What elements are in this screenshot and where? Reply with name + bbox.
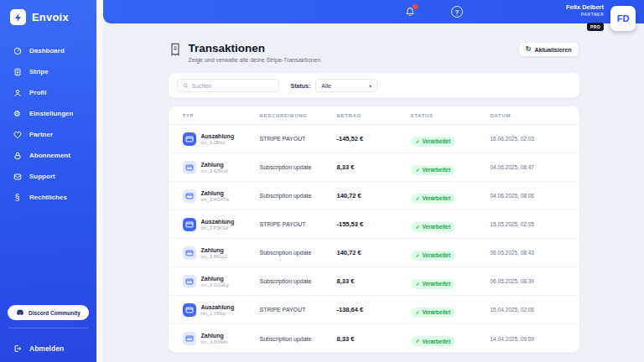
check-icon: ✓	[416, 339, 420, 344]
column-header-betrag: BETRAG	[337, 113, 411, 118]
lock-icon	[13, 151, 22, 160]
help-button[interactable]: ?	[451, 6, 463, 18]
table-row: Zahlung txn_3.GGyEg Subscription update …	[169, 267, 579, 296]
check-icon: ✓	[416, 168, 420, 173]
table-row: Zahlung txn_3.89Gc2 Subscription update …	[169, 239, 579, 267]
status-badge: ✓Verarbeitet	[411, 194, 456, 204]
sidebar-item-partner[interactable]: Partner	[0, 124, 96, 145]
mail-icon	[13, 172, 22, 181]
refresh-icon: ↻	[526, 46, 532, 53]
legal-icon: §	[13, 193, 22, 202]
help-icon: ?	[455, 8, 460, 16]
user-name: Felix Deibert	[566, 3, 604, 11]
column-header-status: STATUS	[411, 113, 491, 118]
sidebar: Envoix Dashboard Stripe Profil ⚙ Einstel…	[0, 0, 96, 362]
heart-icon	[13, 130, 22, 139]
card-icon	[183, 246, 196, 260]
table-row: Zahlung txn_3.42NUd Subscription update …	[169, 153, 579, 182]
status-badge: ✓Verarbeitet	[411, 336, 456, 346]
card-icon	[183, 332, 196, 345]
status-badge: ✓Verarbeitet	[411, 279, 456, 289]
page-subtitle: Zeige und verwalte alle deine Stripe-Tra…	[189, 57, 323, 63]
payout-icon	[183, 132, 196, 146]
card-icon	[183, 275, 196, 288]
search-icon	[183, 83, 189, 89]
sidebar-item-dashboard[interactable]: Dashboard	[0, 40, 96, 61]
sidebar-item-einstellungen[interactable]: ⚙ Einstellungen	[0, 103, 96, 124]
logout-button[interactable]: Abmelden	[13, 344, 64, 353]
transactions-table: TYP BESCHREIBUNG BETRAG STATUS DATUM Aus…	[169, 106, 579, 353]
card-icon	[183, 161, 196, 174]
table-row: Auszahlung txn_1.2Bhct STRIPE PAYOUT -14…	[169, 125, 579, 153]
check-icon: ✓	[416, 196, 420, 201]
payout-icon	[183, 218, 196, 231]
brand-logo: Envoix	[0, 0, 96, 32]
status-badge: ✓Verarbeitet	[411, 308, 456, 318]
table-header: TYP BESCHREIBUNG BETRAG STATUS DATUM	[169, 106, 579, 125]
gear-icon: ⚙	[13, 109, 22, 118]
gauge-icon	[13, 46, 22, 55]
avatar[interactable]: FD	[610, 6, 636, 31]
search-input[interactable]	[192, 83, 273, 89]
table-row: Auszahlung txn_1.P3KGd STRIPE PAYOUT -15…	[169, 210, 579, 239]
chevron-down-icon: ▾	[369, 83, 371, 89]
discord-community-button[interactable]: Discord Community	[8, 305, 89, 320]
status-badge: ✓Verarbeitet	[411, 165, 456, 175]
table-row: Auszahlung txn_1.Y8fqv STRIPE PAYOUT -13…	[169, 296, 579, 324]
column-header-datum: DATUM	[491, 113, 565, 118]
card-icon	[183, 189, 196, 203]
column-header-typ: TYP	[183, 113, 260, 118]
check-icon: ✓	[416, 282, 420, 287]
payout-icon	[183, 303, 196, 317]
user-icon	[13, 88, 22, 97]
status-badge: ✓Verarbeitet	[411, 222, 456, 232]
sidebar-item-profil[interactable]: Profil	[0, 82, 96, 103]
logout-icon	[13, 344, 22, 353]
refresh-button[interactable]: ↻ Aktualisieren	[518, 42, 579, 57]
sidebar-item-stripe[interactable]: Stripe	[0, 61, 96, 82]
plan-badge: PRO	[587, 23, 604, 31]
sidebar-nav: Dashboard Stripe Profil ⚙ Einstellungen …	[0, 32, 96, 208]
receipt-icon	[169, 43, 182, 56]
sidebar-item-support[interactable]: Support	[0, 166, 96, 187]
status-badge: ✓Verarbeitet	[411, 251, 456, 261]
discord-icon	[16, 308, 24, 317]
bolt-icon	[10, 9, 26, 25]
document-icon	[13, 67, 22, 76]
page-header: Transaktionen Zeige und verwalte alle de…	[169, 42, 579, 63]
page-title: Transaktionen	[189, 42, 323, 54]
user-info: Felix Deibert PARTNER PRO	[566, 3, 604, 32]
search-box	[177, 79, 279, 92]
sidebar-item-rechtliches[interactable]: § Rechtliches	[0, 187, 96, 208]
check-icon: ✓	[416, 310, 420, 315]
status-badge: ✓Verarbeitet	[411, 137, 456, 147]
sidebar-item-abonnement[interactable]: Abonnement	[0, 145, 96, 166]
notification-badge	[413, 4, 418, 9]
top-header: ? Felix Deibert PARTNER PRO FD	[103, 0, 644, 23]
check-icon: ✓	[416, 139, 420, 144]
column-header-beschreibung: BESCHREIBUNG	[260, 113, 337, 118]
check-icon: ✓	[416, 253, 420, 258]
notifications-button[interactable]	[404, 6, 416, 18]
sidebar-divider	[8, 328, 88, 328]
table-row: Zahlung txn_3.RCK7w Subscription update …	[169, 182, 579, 210]
table-row: Zahlung txn_3.0Uhsm Subscription update …	[169, 324, 579, 353]
user-role: PARTNER	[566, 12, 604, 17]
status-select[interactable]: Alle ▾	[315, 79, 377, 92]
main-content: Transaktionen Zeige und verwalte alle de…	[103, 23, 644, 362]
check-icon: ✓	[416, 225, 420, 230]
brand-name: Envoix	[32, 11, 69, 23]
filter-bar: Status: Alle ▾	[169, 73, 579, 98]
status-filter-label: Status:	[291, 83, 311, 89]
